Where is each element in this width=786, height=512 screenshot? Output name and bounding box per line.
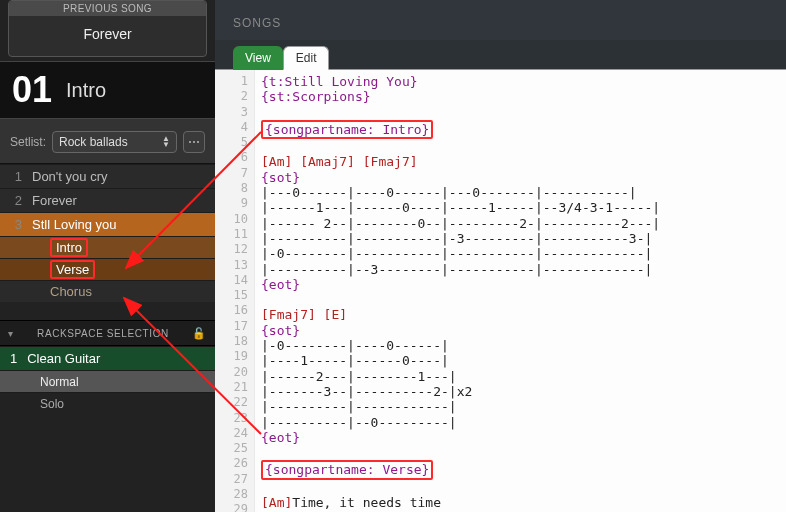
songs-header-label: SONGS xyxy=(233,16,281,40)
current-songpart-box: 01 Intro xyxy=(0,61,215,119)
songpart-row[interactable]: Chorus xyxy=(0,280,215,302)
rackspace-variation[interactable]: Solo xyxy=(0,392,215,414)
song-row-selected[interactable]: 3 Stll Loving you xyxy=(0,212,215,236)
setlist-label: Setlist: xyxy=(10,135,46,149)
rackspace-number: 1 xyxy=(10,351,17,366)
song-number: 2 xyxy=(10,193,22,208)
code-area[interactable]: {t:Still Loving You} {st:Scorpions} {son… xyxy=(255,70,786,512)
lock-icon[interactable]: 🔓 xyxy=(192,327,207,340)
setlist-select-value: Rock ballads xyxy=(59,135,128,149)
tab-label: View xyxy=(245,51,271,65)
sidebar: PREVIOUS SONG Forever 01 Intro Setlist: … xyxy=(0,0,215,512)
previous-song-name: Forever xyxy=(9,16,206,56)
rackspace-header-label: RACKSPACE SELECTION xyxy=(37,328,169,339)
songs-header-bar: SONGS xyxy=(215,0,786,40)
song-number: 3 xyxy=(10,217,22,232)
current-songpart-number: 01 xyxy=(12,72,52,108)
more-icon: ⋯ xyxy=(188,135,200,149)
main-panel: SONGS View Edit 1 2 3 4 5 6 7 8 9 10 11 … xyxy=(215,0,786,512)
current-songpart-name: Intro xyxy=(66,79,106,102)
tab-view[interactable]: View xyxy=(233,46,283,70)
setlist-select[interactable]: Rock ballads ▲▼ xyxy=(52,131,177,153)
updown-icon: ▲▼ xyxy=(162,136,170,148)
song-row[interactable]: 2 Forever xyxy=(0,188,215,212)
setlist-row: Setlist: Rock ballads ▲▼ ⋯ xyxy=(0,119,215,164)
songpart-label: Verse xyxy=(50,260,95,279)
rackspace-section-header[interactable]: ▾ RACKSPACE SELECTION 🔓 xyxy=(0,320,215,346)
previous-song-label: PREVIOUS SONG xyxy=(9,1,206,16)
song-row[interactable]: 1 Don't you cry xyxy=(0,164,215,188)
rackspace-list: 1 Clean Guitar Normal Solo xyxy=(0,346,215,414)
rackspace-variation[interactable]: Normal xyxy=(0,370,215,392)
variation-label: Solo xyxy=(40,397,64,411)
songpart-label: Intro xyxy=(50,238,88,257)
song-name: Forever xyxy=(32,193,77,208)
previous-song-box[interactable]: PREVIOUS SONG Forever xyxy=(8,0,207,57)
chevron-down-icon: ▾ xyxy=(8,328,14,339)
code-editor[interactable]: 1 2 3 4 5 6 7 8 9 10 11 12 13 14 15 16 1… xyxy=(215,70,786,512)
song-list: 1 Don't you cry 2 Forever 3 Stll Loving … xyxy=(0,164,215,302)
songpart-row[interactable]: Verse xyxy=(0,258,215,280)
songpart-label: Chorus xyxy=(50,284,92,299)
tab-edit[interactable]: Edit xyxy=(283,46,330,70)
line-gutter: 1 2 3 4 5 6 7 8 9 10 11 12 13 14 15 16 1… xyxy=(215,70,255,512)
songpart-row[interactable]: Intro xyxy=(0,236,215,258)
rackspace-row[interactable]: 1 Clean Guitar xyxy=(0,346,215,370)
editor-tabs: View Edit xyxy=(215,40,786,70)
tab-label: Edit xyxy=(296,51,317,65)
setlist-more-button[interactable]: ⋯ xyxy=(183,131,205,153)
song-number: 1 xyxy=(10,169,22,184)
variation-label: Normal xyxy=(40,375,79,389)
rackspace-name: Clean Guitar xyxy=(27,351,100,366)
song-name: Stll Loving you xyxy=(32,217,117,232)
song-name: Don't you cry xyxy=(32,169,107,184)
